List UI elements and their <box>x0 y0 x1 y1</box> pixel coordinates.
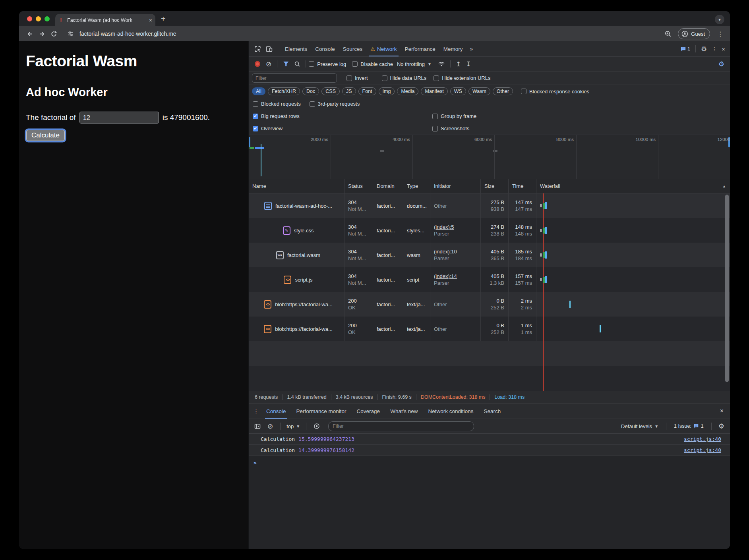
import-har-icon[interactable]: ↥ <box>453 60 463 68</box>
filter-chip-doc[interactable]: Doc <box>302 87 319 95</box>
site-information-icon[interactable] <box>66 29 75 39</box>
devtools-tab-elements[interactable]: Elements <box>281 41 311 56</box>
devtools-settings-icon[interactable]: ⚙ <box>699 45 709 53</box>
column-header-type[interactable]: Type <box>403 179 430 193</box>
clear-console-icon[interactable]: ⊘ <box>265 422 276 431</box>
big-request-rows-checkbox[interactable]: Big request rows <box>253 113 432 119</box>
console-context-select[interactable]: top ▼ <box>285 423 302 429</box>
initiator-link[interactable]: (index):10 <box>434 248 480 255</box>
filter-icon[interactable] <box>283 62 288 66</box>
disable-cache-checkbox[interactable]: Disable cache <box>352 61 393 67</box>
inspect-element-icon[interactable] <box>252 46 263 52</box>
log-levels-select[interactable]: Default levels ▼ <box>618 423 662 429</box>
filter-chip-css[interactable]: CSS <box>321 87 340 95</box>
devtools-close-icon[interactable]: × <box>719 46 728 52</box>
tab-close-icon[interactable]: × <box>149 17 152 23</box>
devtools-tab-sources[interactable]: Sources <box>339 41 367 56</box>
filter-chip-wasm[interactable]: Wasm <box>468 87 490 95</box>
third-party-requests-checkbox[interactable]: 3rd-party requests <box>310 101 360 107</box>
console-source-link[interactable]: script.js:40 <box>684 436 721 442</box>
filter-chip-js[interactable]: JS <box>342 87 356 95</box>
console-settings-icon[interactable]: ⚙ <box>716 422 727 431</box>
console-prompt-icon[interactable]: > <box>249 456 730 466</box>
column-header-time[interactable]: Time <box>508 179 536 193</box>
screenshots-checkbox[interactable]: Screenshots <box>432 126 469 131</box>
drawer-tab-performance-monitor[interactable]: Performance monitor <box>291 404 352 419</box>
column-header-size[interactable]: Size <box>480 179 508 193</box>
invert-checkbox[interactable]: Invert <box>346 75 368 81</box>
column-header-waterfall[interactable]: Waterfall▲ <box>536 179 730 193</box>
search-icon[interactable] <box>292 61 303 67</box>
tab-search-chevron-icon[interactable]: ▾ <box>715 15 724 24</box>
console-filter-input[interactable] <box>328 421 474 431</box>
browser-menu-icon[interactable]: ⋮ <box>715 30 726 38</box>
record-network-log-button[interactable] <box>255 61 260 67</box>
maximize-window-button[interactable] <box>45 16 50 21</box>
close-window-button[interactable] <box>27 16 32 21</box>
filter-chip-ws[interactable]: WS <box>450 87 466 95</box>
hide-data-urls-checkbox[interactable]: Hide data URLs <box>382 75 427 81</box>
live-expression-eye-icon[interactable] <box>311 423 323 429</box>
url-text[interactable]: factorial-wasm-ad-hoc-worker.glitch.me <box>79 31 176 37</box>
back-button[interactable] <box>25 29 35 39</box>
export-har-icon[interactable]: ↧ <box>463 60 473 68</box>
console-issues-counter[interactable]: 1 Issue: 1 <box>671 423 707 429</box>
clear-network-log-icon[interactable]: ⊘ <box>263 60 274 68</box>
drawer-tab-coverage[interactable]: Coverage <box>352 404 385 419</box>
device-toolbar-icon[interactable] <box>263 46 275 52</box>
devtools-tab-network[interactable]: ⚠Network <box>366 41 401 56</box>
devtools-tab-console[interactable]: Console <box>311 41 339 56</box>
group-by-frame-checkbox[interactable]: Group by frame <box>432 113 476 119</box>
hide-extension-urls-checkbox[interactable]: Hide extension URLs <box>434 75 490 81</box>
table-scrollbar[interactable] <box>725 195 729 382</box>
drawer-tab-search[interactable]: Search <box>479 404 506 419</box>
zoom-icon[interactable] <box>663 29 673 39</box>
table-row[interactable]: ✎style.css304Not M...factori...styles...… <box>249 218 730 243</box>
minimize-window-button[interactable] <box>36 16 41 21</box>
initiator-link[interactable]: (index):5 <box>434 224 480 230</box>
drawer-menu-icon[interactable]: ⋮ <box>251 408 261 414</box>
drawer-close-icon[interactable]: × <box>716 407 728 415</box>
devtools-tab-performance[interactable]: Performance <box>401 41 439 56</box>
filter-chip-manifest[interactable]: Manifest <box>421 87 447 95</box>
new-tab-button[interactable]: + <box>155 11 171 26</box>
network-filter-input[interactable] <box>252 73 337 83</box>
network-overview-timeline[interactable]: 2000 ms4000 ms6000 ms8000 ms10000 ms1200… <box>249 135 730 179</box>
issues-counter[interactable]: 1 <box>678 46 693 52</box>
overview-left-handle[interactable] <box>249 137 250 147</box>
table-row[interactable]: <>blob:https://factorial-wa...200OKfacto… <box>249 317 730 341</box>
devtools-tab-memory[interactable]: Memory <box>439 41 467 56</box>
network-conditions-icon[interactable] <box>435 61 447 67</box>
calculate-button[interactable]: Calculate <box>26 130 65 141</box>
factorial-input[interactable] <box>79 112 159 124</box>
network-settings-icon[interactable]: ⚙ <box>716 60 727 68</box>
devtools-menu-icon[interactable]: ⋮ <box>709 46 719 52</box>
table-row[interactable]: factorial-wasm-ad-hoc-...304Not M...fact… <box>249 193 730 218</box>
drawer-tab-console[interactable]: Console <box>261 404 291 419</box>
filter-chip-font[interactable]: Font <box>358 87 376 95</box>
column-header-name[interactable]: Name <box>249 179 344 193</box>
filter-chip-all[interactable]: All <box>252 87 265 95</box>
initiator-link[interactable]: (index):14 <box>434 273 480 280</box>
console-source-link[interactable]: script.js:40 <box>684 447 721 453</box>
reload-button[interactable] <box>48 29 59 39</box>
table-row[interactable]: <>blob:https://factorial-wa...200OKfacto… <box>249 292 730 317</box>
overview-checkbox[interactable]: Overview <box>253 126 432 131</box>
column-header-domain[interactable]: Domain <box>373 179 403 193</box>
filter-chip-other[interactable]: Other <box>493 87 513 95</box>
filter-chip-img[interactable]: Img <box>379 87 395 95</box>
filter-chip-fetchxhr[interactable]: Fetch/XHR <box>268 87 300 95</box>
browser-tab[interactable]: ! Factorial Wasm (ad hoc Work × <box>55 14 155 26</box>
filter-chip-media[interactable]: Media <box>397 87 418 95</box>
more-tabs-icon[interactable]: » <box>467 46 476 52</box>
forward-button[interactable] <box>37 29 47 39</box>
drawer-tab-network-conditions[interactable]: Network conditions <box>423 404 479 419</box>
blocked-requests-checkbox[interactable]: Blocked requests <box>253 101 301 107</box>
drawer-tab-what-s-new[interactable]: What's new <box>385 404 423 419</box>
console-sidebar-icon[interactable] <box>252 423 263 429</box>
table-row[interactable]: WAfactorial.wasm304Not M...factori...was… <box>249 243 730 267</box>
preserve-log-checkbox[interactable]: Preserve log <box>309 61 346 67</box>
column-header-status[interactable]: Status <box>344 179 373 193</box>
table-row[interactable]: <>script.js304Not M...factori...script(i… <box>249 267 730 292</box>
blocked-response-cookies-checkbox[interactable]: Blocked response cookies <box>521 89 589 95</box>
